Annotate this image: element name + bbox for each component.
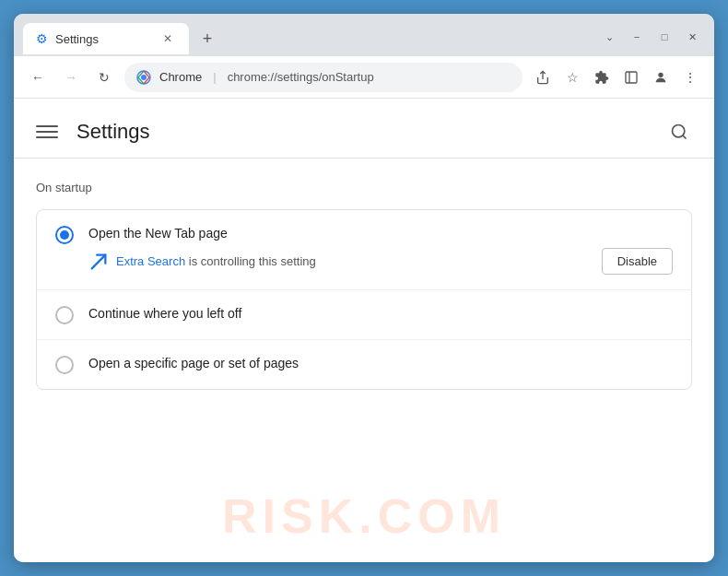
toolbar-icons: ☆ ⋮ <box>530 65 703 90</box>
minimize-button[interactable]: − <box>624 27 650 47</box>
svg-point-4 <box>658 72 663 76</box>
settings-content: On startup Open the New Tab page <box>14 159 714 412</box>
extension-name-link[interactable]: Extra Search <box>116 254 185 268</box>
tab-title: Settings <box>55 32 152 46</box>
share-icon[interactable] <box>530 65 556 90</box>
bookmark-icon[interactable]: ☆ <box>559 65 585 90</box>
close-button[interactable]: ✕ <box>679 27 705 47</box>
svg-rect-2 <box>626 72 637 83</box>
options-card: Open the New Tab page Extra Search is co… <box>36 209 692 390</box>
extension-notice-row: Extra Search is controlling this setting… <box>88 248 673 275</box>
active-tab[interactable]: ⚙ Settings ✕ <box>23 23 189 54</box>
search-settings-button[interactable] <box>663 115 696 148</box>
nav-bar: ← → ↻ Chrome | chrome://settings/onStart… <box>14 56 714 99</box>
browser-window: ⚙ Settings ✕ + ⌄ − □ ✕ ← → ↻ Chrome <box>14 14 714 562</box>
tab-settings-icon: ⚙ <box>36 31 48 46</box>
option-new-tab-label: Open the New Tab page <box>88 225 228 243</box>
forward-button[interactable]: → <box>58 65 84 90</box>
option-continue-row[interactable]: Continue where you left off <box>37 290 691 340</box>
settings-header: Settings <box>14 99 714 159</box>
option-specific-label: Open a specific page or set of pages <box>88 355 299 373</box>
disable-extension-button[interactable]: Disable <box>602 248 673 275</box>
chrome-logo-icon <box>135 69 152 86</box>
address-url: chrome://settings/onStartup <box>228 70 374 84</box>
svg-line-6 <box>683 135 687 139</box>
option-new-tab-top: Open the New Tab page <box>55 225 673 244</box>
option-continue-label: Continue where you left off <box>88 305 241 323</box>
svg-point-1 <box>141 75 147 80</box>
tab-close-button[interactable]: ✕ <box>159 30 176 47</box>
menu-line-3 <box>36 136 58 138</box>
extension-arrow-icon <box>88 252 109 272</box>
menu-icon[interactable]: ⋮ <box>677 65 703 90</box>
address-bar[interactable]: Chrome | chrome://settings/onStartup <box>124 63 523 92</box>
content-area: PC RISK.COM Settings On startup <box>14 99 714 562</box>
back-button[interactable]: ← <box>25 65 51 90</box>
hamburger-menu-button[interactable] <box>32 117 62 147</box>
extensions-icon[interactable] <box>589 65 615 90</box>
menu-line-1 <box>36 125 58 127</box>
option-specific-row[interactable]: Open a specific page or set of pages <box>37 340 691 389</box>
extension-notice-suffix: is controlling this setting <box>185 254 316 268</box>
radio-new-tab[interactable] <box>55 226 74 244</box>
extension-notice-text: Extra Search is controlling this setting <box>116 254 594 268</box>
option-new-tab-row[interactable]: Open the New Tab page Extra Search is co… <box>37 210 691 290</box>
new-tab-button[interactable]: + <box>194 26 220 52</box>
watermark-risk: RISK.COM <box>222 488 506 544</box>
menu-line-2 <box>36 131 58 133</box>
maximize-button[interactable]: □ <box>652 27 677 47</box>
radio-new-tab-fill <box>60 230 69 240</box>
profile-icon[interactable] <box>648 65 674 90</box>
chrome-label: Chrome <box>159 70 202 84</box>
settings-page-title: Settings <box>76 120 663 144</box>
title-bar: ⚙ Settings ✕ + ⌄ − □ ✕ <box>14 14 714 56</box>
section-title: On startup <box>36 181 692 194</box>
sidebar-icon[interactable] <box>618 65 644 90</box>
radio-specific[interactable] <box>55 356 74 374</box>
reload-button[interactable]: ↻ <box>91 65 117 90</box>
address-separator: | <box>213 70 216 84</box>
window-controls: ⌄ − □ ✕ <box>596 27 705 47</box>
radio-continue[interactable] <box>55 306 74 324</box>
svg-point-5 <box>673 125 685 137</box>
chevron-button[interactable]: ⌄ <box>596 27 622 47</box>
